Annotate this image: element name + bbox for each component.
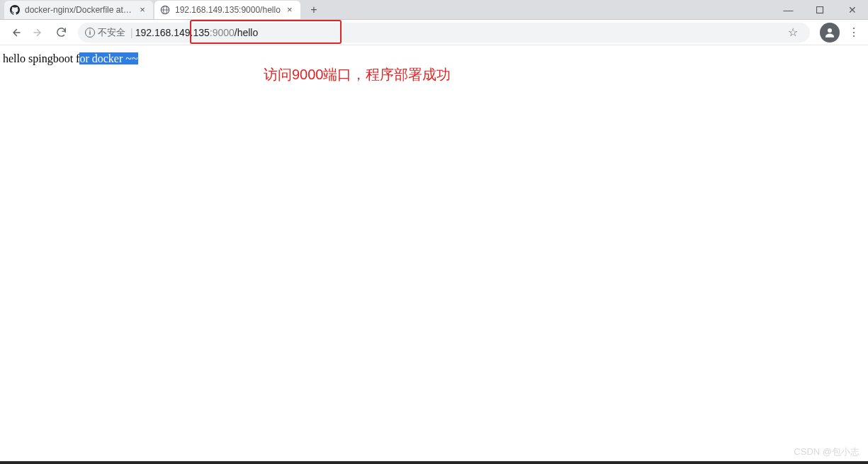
info-icon: i [85, 28, 95, 38]
forward-button[interactable] [28, 23, 48, 43]
back-button[interactable] [6, 23, 26, 43]
maximize-button[interactable] [804, 0, 836, 20]
minimize-button[interactable]: — [772, 0, 804, 20]
annotation-text: 访问9000端口，程序部署成功 [264, 65, 451, 84]
reload-button[interactable] [51, 23, 71, 43]
site-info[interactable]: i 不安全 [85, 26, 125, 39]
watermark: CSDN @包小志 [794, 446, 859, 458]
svg-point-4 [828, 28, 832, 33]
security-label: 不安全 [98, 26, 125, 39]
tab-github[interactable]: docker-nginx/Dockerfile at fea × [4, 1, 153, 19]
tab-hello[interactable]: 192.168.149.135:9000/hello × [154, 1, 300, 19]
bookmark-star-icon[interactable]: ☆ [783, 23, 803, 43]
new-tab-button[interactable]: + [305, 1, 323, 19]
kebab-menu-icon[interactable]: ⋮ [845, 23, 862, 43]
svg-rect-0 [817, 6, 823, 13]
close-tab-icon[interactable]: × [137, 5, 147, 15]
response-text: hello spingboot for docker ~~ [3, 52, 138, 64]
window-controls: — ✕ [772, 0, 868, 20]
tab-title: 192.168.149.135:9000/hello [175, 5, 281, 15]
bottom-border [0, 461, 868, 464]
page-content: hello spingboot for docker ~~ 访问9000端口，程… [0, 45, 868, 72]
github-icon [10, 5, 20, 15]
address-bar[interactable]: i 不安全 | 192.168.149.135:9000/hello ☆ [78, 23, 810, 43]
tab-title: docker-nginx/Dockerfile at fea [25, 5, 133, 15]
profile-avatar-button[interactable] [820, 23, 840, 43]
url-text: 192.168.149.135:9000/hello [135, 27, 259, 38]
globe-icon [160, 5, 170, 15]
close-window-button[interactable]: ✕ [836, 0, 868, 20]
close-tab-icon[interactable]: × [285, 5, 295, 15]
toolbar: i 不安全 | 192.168.149.135:9000/hello ☆ ⋮ [0, 20, 868, 45]
tab-strip: docker-nginx/Dockerfile at fea × 192.168… [0, 0, 868, 20]
selected-text: or docker ~~ [79, 52, 137, 64]
